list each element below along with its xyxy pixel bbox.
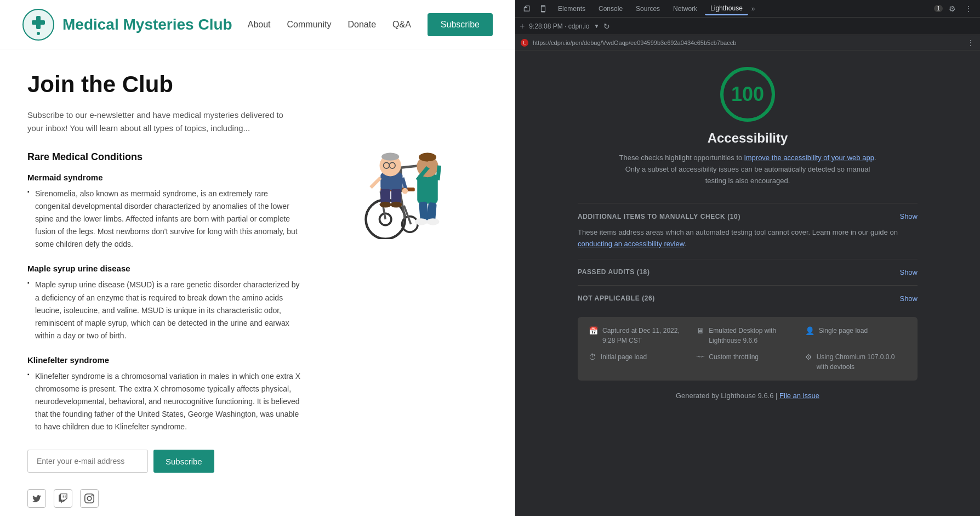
audit-section-show-2[interactable]: Show [899,268,918,276]
audit-section-header-3[interactable]: NOT APPLICABLE (26) Show [578,294,918,303]
logo-icon [22,8,55,41]
inspect-icon[interactable] [520,2,534,16]
nav-community[interactable]: Community [287,20,332,30]
section-title: Rare Medical Conditions [27,151,301,163]
devtools-topbar: Elements Console Sources Network Lightho… [515,0,980,18]
svg-line-30 [438,166,440,180]
condition-text-3: Klinefelter syndrome is a chromosomal va… [27,370,301,433]
nav-qa[interactable]: Q&A [392,20,411,30]
hero-illustration [332,82,469,239]
nav-donate[interactable]: Donate [347,20,376,30]
audit-desc-end: . [684,240,686,248]
svg-point-31 [426,161,432,168]
nav-logo[interactable]: Medical Mysteries Club [22,8,232,41]
calendar-icon: 📅 [589,326,598,335]
condition-item: Mermaid syndrome Sirenomelia, also known… [27,173,301,251]
footer-item-emulated: 🖥 Emulated Desktop with Lighthouse 9.6.6 [697,326,798,345]
nav-subscribe-button[interactable]: Subscribe [428,13,493,36]
accessibility-description: These checks highlight opportunities to … [616,152,879,186]
devtools-panel: Elements Console Sources Network Lightho… [515,0,980,516]
device-icon[interactable] [536,2,550,16]
svg-point-3 [37,32,40,35]
site-title: Medical Mysteries Club [62,16,232,33]
condition-name-3: Klinefelter syndrome [27,355,301,365]
lighthouse-main: 100 Accessibility These checks highlight… [515,50,980,516]
tab-console[interactable]: Console [593,3,628,15]
condition-name-1: Mermaid syndrome [27,173,301,182]
score-circle: 100 [720,67,775,122]
time-display: 9:28:08 PM · cdpn.io [529,22,589,30]
audit-section-show-3[interactable]: Show [899,294,918,303]
svg-rect-23 [391,189,401,204]
nav-links: About Community Donate Q&A Subscribe [248,13,493,36]
svg-rect-22 [380,189,390,204]
svg-point-28 [419,153,436,162]
tab-more[interactable]: » [751,5,755,13]
footer-chromium-text: Using Chromium 107.0.0.0 with devtools [817,352,907,372]
devtools-time-bar: + 9:28:08 PM · cdpn.io ▼ ↻ [515,18,980,35]
page-title: Join the Club [27,71,301,98]
audit-desc-link[interactable]: conducting an accessibility review [578,240,684,248]
url-menu-icon[interactable]: ⋮ [967,38,975,47]
person-icon: 👤 [805,326,814,335]
footer-single-page-text: Single page load [819,326,868,336]
score-number: 100 [731,83,764,106]
social-icons [27,489,301,508]
audit-section-manual: ADDITIONAL ITEMS TO MANUALLY CHECK (10) … [578,203,918,259]
footer-item-single-page: 👤 Single page load [805,326,907,345]
audit-section-desc-1: These items address areas which an autom… [578,227,918,250]
audit-section-title-3: NOT APPLICABLE (26) [578,294,655,302]
svg-point-16 [402,188,408,194]
refresh-icon[interactable]: ↻ [603,22,610,31]
footer-item-chromium: ⚙ Using Chromium 107.0.0.0 with devtools [805,352,907,372]
nav-about[interactable]: About [248,20,271,30]
add-tab-icon[interactable]: + [520,21,525,31]
svg-point-24 [380,202,391,208]
audit-sections: ADDITIONAL ITEMS TO MANUALLY CHECK (10) … [578,203,918,311]
main-content: Join the Club Subscribe to our e-newslet… [0,49,515,516]
email-input[interactable] [27,450,148,473]
more-icon[interactable]: ⋮ [961,2,976,16]
desktop-icon: 🖥 [697,326,704,335]
twitch-icon[interactable] [54,489,72,508]
url-display[interactable]: https://cdpn.io/pen/debug/VwdOaqp/ee0945… [533,39,962,46]
tab-network[interactable]: Network [668,3,703,15]
condition-text-2: Maple syrup urine disease (MSUD) is a ra… [27,279,301,342]
condition-item: Maple syrup urine disease Maple syrup ur… [27,264,301,342]
audit-section-passed: PASSED AUDITS (18) Show [578,259,918,285]
audit-section-header-2[interactable]: PASSED AUDITS (18) Show [578,268,918,276]
settings-icon[interactable]: ⚙ [945,2,959,16]
desc-part1: These checks highlight opportunities to [619,154,744,162]
svg-rect-2 [32,20,45,25]
footer-initial-text: Initial page load [601,352,647,362]
tab-lighthouse[interactable]: Lighthouse [705,2,748,15]
svg-point-35 [426,218,439,225]
footer-emulated-text: Emulated Desktop with Lighthouse 9.6.6 [709,326,798,345]
tab-elements[interactable]: Elements [552,3,591,15]
footer-captured-text: Captured at Dec 11, 2022, 9:28 PM CST [602,326,690,345]
audit-desc-text: These items address areas which an autom… [578,228,898,236]
tab-sources[interactable]: Sources [630,3,665,15]
generated-by: Generated by Lighthouse 9.6.6 | File an … [676,392,819,400]
audit-section-header-1[interactable]: ADDITIONAL ITEMS TO MANUALLY CHECK (10) … [578,212,918,220]
footer-item-throttling: 〰 Custom throttling [697,352,798,372]
instagram-icon[interactable] [80,489,99,508]
condition-name-2: Maple syrup urine disease [27,264,301,273]
dropdown-icon[interactable]: ▼ [594,23,599,29]
desc-link[interactable]: improve the accessibility of your web ap… [744,154,874,162]
audit-section-title-2: PASSED AUDITS (18) [578,268,650,276]
accessibility-title: Accessibility [708,131,788,146]
page-subtitle: Subscribe to our e-newsletter and have m… [27,109,301,135]
devtools-url-row: L https://cdpn.io/pen/debug/VwdOaqp/ee09… [515,35,980,50]
file-issue-link[interactable]: File an issue [779,392,819,400]
subscribe-button[interactable]: Subscribe [153,450,214,473]
footer-throttling-text: Custom throttling [709,352,759,362]
svg-point-18 [381,153,399,161]
audit-section-title-1: ADDITIONAL ITEMS TO MANUALLY CHECK (10) [578,213,740,220]
twitter-icon[interactable] [27,489,46,508]
devtools-right-icons: 1 ⚙ ⋮ [932,2,976,16]
chromium-icon: ⚙ [805,353,812,361]
condition-item: Klinefelter syndrome Klinefelter syndrom… [27,355,301,433]
svg-line-14 [371,178,380,188]
audit-section-show-1[interactable]: Show [899,212,918,220]
